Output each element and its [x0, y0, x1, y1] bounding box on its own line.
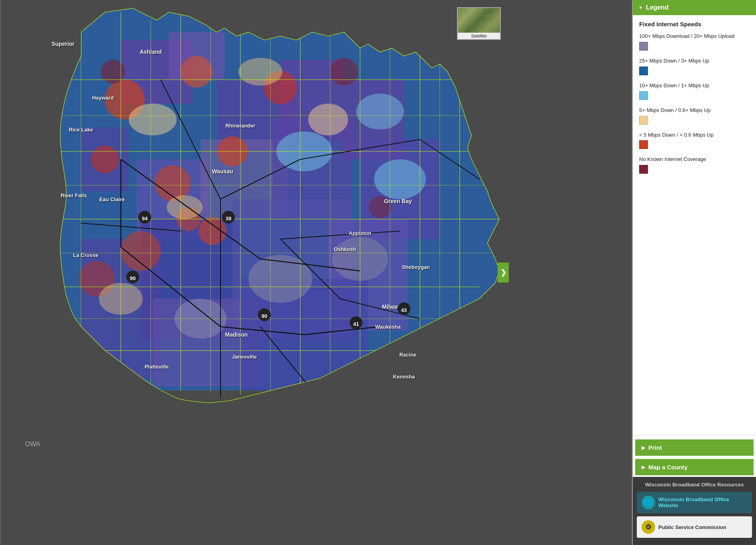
svg-text:OWA: OWA [25, 441, 40, 447]
legend-header[interactable]: ▼ Legend [633, 0, 756, 15]
legend-item-1: 25+ Mbps Down / 3+ Mbps Up [639, 58, 750, 77]
sidebar-panel: ▼ Legend Fixed Internet Speeds 100+ Mbps… [632, 0, 756, 545]
svg-point-19 [181, 56, 213, 88]
svg-text:Oshkosh: Oshkosh [334, 246, 356, 252]
svg-point-30 [308, 104, 348, 135]
map-container[interactable]: Superior Ashland Hayward Rhinelander Ric… [0, 0, 632, 545]
svg-text:Waukesha: Waukesha [375, 324, 401, 330]
svg-text:Appleton: Appleton [349, 230, 371, 236]
svg-text:River Falls: River Falls [61, 192, 87, 198]
resource-link-1[interactable]: ⚙ Public Service Commission [637, 516, 752, 538]
legend-item-0: 100+ Mbps Download / 20+ Mbps Upload [639, 33, 750, 52]
svg-text:Hayward: Hayward [92, 95, 114, 101]
svg-point-29 [238, 58, 282, 86]
svg-point-37 [330, 58, 358, 86]
print-label: Print [648, 444, 662, 451]
svg-point-39 [248, 255, 312, 303]
svg-text:Kenosha: Kenosha [393, 374, 415, 380]
resource-link-0[interactable]: 🌐 Wisconsin Broadband Office Website [637, 492, 752, 513]
resource-link-label-1: Public Service Commission [658, 524, 726, 530]
svg-text:Racine: Racine [400, 352, 417, 358]
svg-text:90: 90 [262, 313, 267, 319]
legend-item-label-1: 25+ Mbps Down / 3+ Mbps Up [639, 58, 750, 65]
svg-point-20 [91, 145, 119, 173]
resource-icon-0: 🌐 [642, 496, 655, 509]
print-arrow-icon: ▶ [642, 445, 645, 451]
legend-title: Legend [646, 4, 669, 11]
svg-point-25 [199, 217, 226, 245]
map-county-label: Map a County [648, 464, 687, 471]
toggle-arrow-icon: ❯ [500, 268, 506, 277]
satellite-thumbnail[interactable]: Satellite [457, 7, 501, 40]
svg-text:Superior: Superior [51, 41, 75, 47]
svg-text:43: 43 [401, 307, 407, 313]
svg-text:94: 94 [142, 216, 148, 222]
svg-text:39: 39 [226, 216, 231, 222]
svg-text:90: 90 [130, 275, 136, 281]
legend-arrow-icon: ▼ [638, 5, 643, 10]
legend-item-label-0: 100+ Mbps Download / 20+ Mbps Upload [639, 33, 750, 40]
fixed-internet-title: Fixed Internet Speeds [639, 21, 750, 27]
legend-item-2: 10+ Mbps Down / 1+ Mbps Up [639, 82, 750, 102]
legend-color-box-5 [639, 165, 648, 174]
svg-text:Green Bay: Green Bay [384, 198, 412, 204]
svg-point-35 [374, 159, 426, 199]
svg-text:Madison: Madison [225, 331, 248, 338]
svg-text:Sheboygan: Sheboygan [402, 264, 430, 270]
legend-item-label-5: No Known Internet Coverage [639, 156, 750, 163]
map-county-arrow-icon: ▶ [642, 465, 645, 470]
map-county-button[interactable]: ▶ Map a County [635, 459, 754, 475]
svg-point-34 [356, 94, 404, 129]
satellite-label: Satellite [458, 33, 500, 39]
resource-links: 🌐 Wisconsin Broadband Office Website ⚙ P… [637, 492, 752, 538]
svg-point-28 [129, 104, 177, 135]
svg-text:Rhinelander: Rhinelander [225, 123, 255, 129]
svg-text:41: 41 [353, 321, 359, 327]
legend-item-4: < 5 Mbps Down / < 0.6 Mbps Up [639, 132, 750, 151]
sidebar-toggle[interactable]: ❯ [498, 263, 509, 282]
legend-item-5: No Known Internet Coverage [639, 156, 750, 175]
svg-point-24 [121, 231, 161, 271]
legend-content: Fixed Internet Speeds 100+ Mbps Download… [633, 15, 756, 186]
svg-text:Wausau: Wausau [212, 168, 233, 174]
legend-color-box-2 [639, 91, 648, 100]
svg-text:Ashland: Ashland [140, 49, 161, 55]
resources-title: Wisconsin Broadband Office Resources [637, 482, 752, 488]
svg-point-36 [101, 60, 125, 84]
resources-section: Wisconsin Broadband Office Resources 🌐 W… [633, 477, 756, 545]
svg-text:Eau Claire: Eau Claire [99, 196, 125, 202]
resource-icon-1: ⚙ [642, 520, 655, 534]
svg-text:La Crosse: La Crosse [73, 252, 98, 258]
print-button[interactable]: ▶ Print [635, 439, 754, 456]
legend-item-label-4: < 5 Mbps Down / < 0.6 Mbps Up [639, 132, 750, 139]
legend-item-label-2: 10+ Mbps Down / 1+ Mbps Up [639, 82, 750, 89]
svg-text:Platteville: Platteville [145, 364, 169, 370]
svg-text:Janesville: Janesville [232, 354, 257, 360]
legend-color-box-0 [639, 42, 648, 51]
svg-text:Rice Lake: Rice Lake [69, 127, 93, 133]
svg-point-31 [167, 195, 203, 219]
legend-color-box-3 [639, 116, 648, 125]
legend-item-3: 5+ Mbps Down / 0.6+ Mbps Up [639, 107, 750, 126]
legend-items: 100+ Mbps Download / 20+ Mbps Upload 25+… [639, 33, 750, 175]
legend-color-box-4 [639, 140, 648, 149]
legend-color-box-1 [639, 67, 648, 75]
legend-panel: ▼ Legend Fixed Internet Speeds 100+ Mbps… [633, 0, 756, 433]
legend-item-label-3: 5+ Mbps Down / 0.6+ Mbps Up [639, 107, 750, 114]
resource-link-label-0: Wisconsin Broadband Office Website [658, 496, 747, 508]
